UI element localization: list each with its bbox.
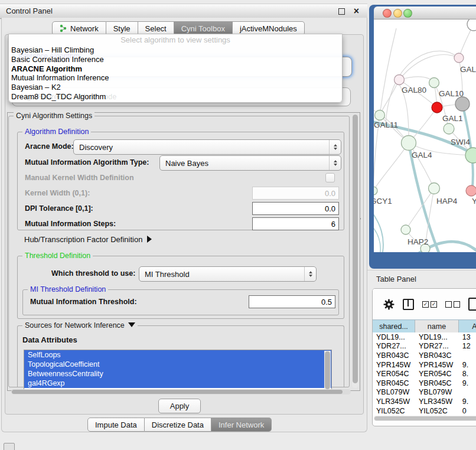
network-canvas[interactable]: GALGAL80GAL10GAL1GAL11SWI4GAL4GCY1HAP4YH… [374, 19, 476, 252]
settings-vertical-scrollbar[interactable] [352, 114, 358, 388]
combo-spinner-icon[interactable] [329, 156, 341, 170]
table-cell: YIL052C [415, 407, 459, 415]
network-node[interactable] [395, 75, 405, 85]
aracne-mode-combo[interactable]: Discovery [73, 139, 341, 155]
table-row[interactable]: YBR045CYBR045C9. [373, 379, 476, 388]
float-window-icon[interactable] [338, 8, 345, 15]
table-cell: YLR345W [373, 397, 415, 406]
network-edge [399, 55, 459, 80]
kernel-width-field[interactable]: 0.0 [252, 187, 339, 200]
table-row[interactable]: YDL19...YDL19...13 [373, 332, 476, 342]
network-view-window[interactable]: GALGAL80GAL10GAL1GAL11SWI4GAL4GCY1HAP4YH… [369, 5, 476, 269]
network-icon [60, 24, 67, 32]
column-layout-icon[interactable] [403, 299, 414, 310]
control-panel-tab-bar: NetworkStyleSelectCyni ToolboxjActiveMNo… [52, 21, 305, 34]
traffic-zoom-icon[interactable] [403, 9, 412, 18]
mi-steps-field[interactable]: 6 [252, 217, 339, 230]
aracne-mode-label: Aracne Mode: [25, 142, 74, 151]
algorithm-option-bayesian-hill-climbing[interactable]: Bayesian – Hill Climbing [11, 45, 340, 55]
mi-threshold-field[interactable]: 0.5 [249, 295, 335, 308]
table-cell: YBL079W [415, 388, 459, 396]
dpi-tolerance-field[interactable]: 0.0 [252, 202, 339, 215]
network-node[interactable] [466, 185, 476, 196]
table-row[interactable]: YER054CYER054C8. [373, 369, 476, 379]
data-attributes-list[interactable]: SelfLoopsTopologicalCoefficientBetweenne… [24, 350, 332, 394]
table-row[interactable]: YLR345WYLR345W9. [373, 397, 476, 406]
traffic-close-icon[interactable] [383, 9, 392, 18]
table-row[interactable]: YDR27...YDR27...12 [373, 342, 476, 351]
mi-threshold-value: 0.5 [321, 298, 332, 306]
algorithm-option-mutual-information-inference[interactable]: Mutual Information Inference [11, 73, 340, 83]
sources-title[interactable]: Sources for Network Inference [22, 321, 138, 330]
network-node[interactable] [432, 102, 442, 113]
combo-spinner-icon[interactable] [329, 140, 341, 154]
table-panel-toolbar: ✓ ✓ [373, 289, 476, 319]
table-cell: YDL19... [373, 333, 415, 341]
table-cell: YIL052C [373, 407, 415, 415]
network-window-titlebar[interactable] [374, 6, 476, 19]
algorithm-option-basic-correlation-inference[interactable]: Basic Correlation Inference [11, 55, 340, 64]
mi-threshold-definition-group: MI Threshold Definition Mutual Informati… [22, 289, 339, 315]
deselect-all-columns-icon[interactable] [445, 301, 460, 308]
table-cell: YBR043C [373, 351, 415, 360]
table-cell: YLR345W [415, 397, 459, 406]
scrollbar-thumb[interactable] [325, 351, 330, 389]
mi-type-combo[interactable]: Naive Bayes [159, 155, 341, 171]
algorithm-option-aracne-algorithm[interactable]: ARACNE Algorithm [11, 64, 340, 74]
column-header-shared[interactable]: shared... [373, 320, 415, 333]
network-edge [374, 223, 380, 252]
manual-kernel-checkbox[interactable] [325, 173, 335, 182]
combo-spinner-icon[interactable] [304, 267, 316, 281]
sources-group: Sources for Network Inference Data Attri… [17, 325, 344, 387]
network-node[interactable] [375, 110, 385, 120]
column-header-a[interactable]: A [459, 320, 476, 333]
which-threshold-combo[interactable]: MI Threshold [139, 266, 317, 282]
select-all-columns-icon[interactable]: ✓ ✓ [422, 301, 437, 308]
table-row[interactable]: YPR145WYPR145W9. [373, 360, 476, 370]
attribute-item-gal4rgexp[interactable]: gal4RGexp [24, 379, 331, 388]
network-node[interactable] [467, 19, 476, 31]
table-cell: 13 [459, 333, 476, 341]
attribute-item-topologicalcoefficient[interactable]: TopologicalCoefficient [24, 360, 331, 369]
network-node[interactable] [444, 123, 454, 134]
algorithm-option-bayesian-k2[interactable]: Bayesian – K2 [11, 83, 340, 92]
tab-discretize-data[interactable]: Discretize Data [145, 418, 211, 432]
table-row[interactable]: YBR043CYBR043C [373, 351, 476, 360]
network-node[interactable] [401, 225, 410, 234]
column-header-name[interactable]: name [415, 320, 459, 333]
attribute-item-betweennesscentrality[interactable]: BetweennessCentrality [24, 369, 331, 379]
algorithm-definition-group: Algorithm Definition Aracne Mode: Discov… [17, 132, 344, 230]
table-cell: YPR145W [373, 361, 415, 369]
document-icon[interactable] [468, 298, 476, 311]
close-icon[interactable]: × [354, 5, 359, 18]
attributes-scrollbar[interactable] [324, 351, 331, 393]
tab-impute-data[interactable]: Impute Data [87, 418, 145, 432]
scrollbar-thumb[interactable] [12, 390, 343, 394]
dock-panel-icon[interactable] [4, 443, 15, 450]
table-row[interactable]: YIL052CYIL052C0 [373, 406, 476, 415]
table-horizontal-scrollbar[interactable] [374, 416, 476, 421]
tab-infer-network[interactable]: Infer Network [211, 418, 272, 432]
gear-icon[interactable] [383, 299, 395, 310]
network-node[interactable] [455, 97, 470, 111]
aracne-mode-value: Discovery [79, 143, 113, 152]
network-node[interactable] [454, 53, 464, 63]
table-cell: YDL19... [415, 333, 459, 341]
hub-tf-definition-toggle[interactable]: Hub/Transcription Factor Definition [24, 235, 152, 244]
network-node[interactable] [402, 136, 416, 151]
traffic-minimize-icon[interactable] [393, 9, 402, 18]
attribute-item-selfloops[interactable]: SelfLoops [24, 350, 331, 360]
node-label-gal: GAL [460, 65, 476, 74]
scrollbar-thumb[interactable] [353, 115, 358, 383]
table-row[interactable]: YBL079WYBL079W [373, 388, 476, 397]
table-cell: YER054C [373, 370, 415, 378]
tab-label: Network [70, 24, 99, 33]
network-node[interactable] [429, 183, 440, 194]
table-header-row: shared...nameA [373, 319, 476, 334]
apply-button[interactable]: Apply [158, 399, 201, 413]
network-node[interactable] [429, 78, 439, 88]
scrollbar-thumb[interactable] [374, 416, 476, 420]
algorithm-option-dream8-dc-tdc-algorithm[interactable]: Dream8 DC_TDC Algorithm [11, 92, 340, 102]
network-node[interactable] [374, 187, 377, 195]
settings-horizontal-scrollbar[interactable] [11, 389, 351, 394]
